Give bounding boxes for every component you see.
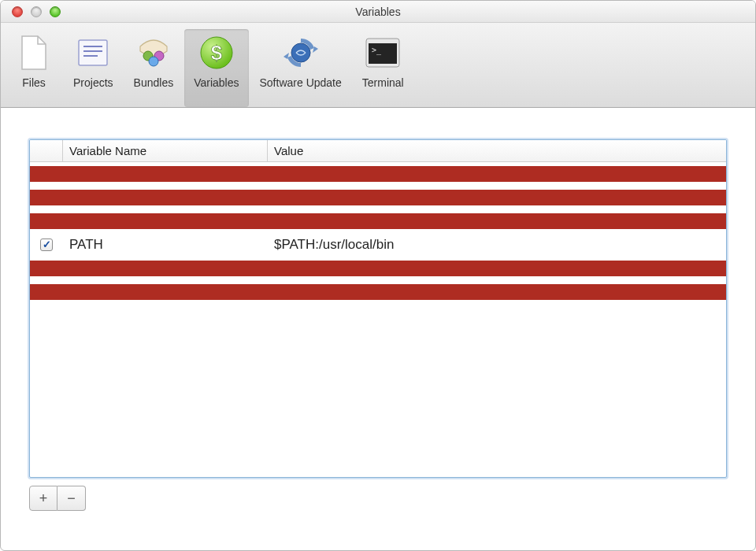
svg-point-9 [291,43,310,62]
toolbar-item-label: Software Update [260,76,342,89]
svg-text:>_: >_ [372,46,382,55]
svg-text:$: $ [211,41,223,65]
redaction-bar [29,213,727,229]
titlebar: Variables [1,1,755,23]
row-checkbox[interactable] [40,215,53,227]
zoom-icon[interactable] [50,6,61,17]
toolbar-item-label: Bundles [134,76,174,89]
software-update-icon [282,34,320,72]
toolbar-item-label: Terminal [362,76,404,89]
row-checkbox[interactable] [40,262,53,275]
terminal-tab[interactable]: >_ Terminal [353,29,413,107]
dollar-icon: $ [198,34,235,72]
toolbar-item-label: Files [22,76,46,89]
table-row[interactable] [30,257,726,280]
variables-tab[interactable]: $ Variables [184,29,248,107]
table-footer-buttons: + − [29,486,727,511]
preferences-toolbar: Files Projects [1,23,755,108]
bundles-icon [135,34,172,72]
preferences-window: Variables Files Projects [0,0,756,551]
variables-table[interactable]: Variable Name Value [29,139,727,478]
remove-button[interactable]: − [57,486,86,511]
close-icon[interactable] [12,6,23,17]
column-variable-name[interactable]: Variable Name [63,140,268,161]
projects-tab[interactable]: Projects [64,29,123,107]
table-row[interactable] [30,209,726,233]
row-checkbox[interactable] [40,286,53,298]
cell-variable-name[interactable]: PATH [63,237,268,253]
redaction-bar [29,261,727,276]
column-enabled[interactable] [30,140,63,161]
toolbar-item-label: Projects [73,76,113,89]
table-body: PATH $PATH:/usr/local/bin [30,162,726,304]
table-header: Variable Name Value [30,140,726,162]
project-icon [74,34,112,72]
software-update-tab[interactable]: Software Update [250,29,351,107]
row-checkbox[interactable] [40,168,53,180]
minus-icon: − [67,490,76,507]
window-title: Variables [1,6,755,18]
svg-rect-0 [79,40,107,65]
row-checkbox[interactable] [40,191,53,204]
bundles-tab[interactable]: Bundles [124,29,183,107]
window-controls [1,6,61,17]
redaction-bar [29,284,727,300]
table-row[interactable]: PATH $PATH:/usr/local/bin [30,233,726,257]
svg-point-6 [149,57,158,66]
toolbar-item-label: Variables [194,76,239,89]
add-button[interactable]: + [29,486,57,511]
table-row[interactable] [30,280,726,304]
plus-icon: + [39,490,48,507]
content-area: Variable Name Value [1,108,755,550]
table-row[interactable] [30,186,726,209]
terminal-icon: >_ [364,34,402,72]
redaction-bar [29,190,727,205]
row-checkbox[interactable] [40,239,53,251]
minimize-icon[interactable] [31,6,42,17]
redaction-bar [29,166,727,182]
table-row[interactable] [30,162,726,186]
column-value[interactable]: Value [268,140,726,161]
cell-value[interactable]: $PATH:/usr/local/bin [268,237,726,253]
document-icon [15,34,53,72]
files-tab[interactable]: Files [6,29,62,107]
